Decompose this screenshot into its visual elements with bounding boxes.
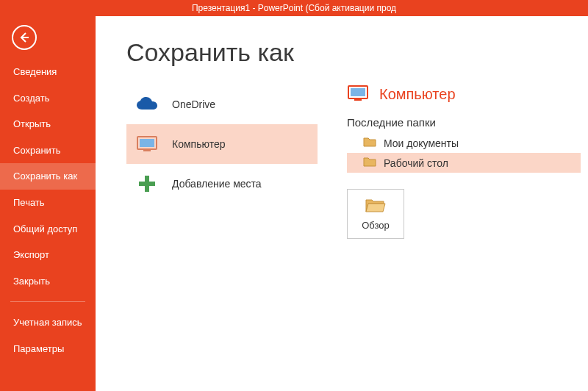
nav-divider [10,301,85,302]
page-title: Сохранить как [126,38,588,67]
locations-list: OneDrive Компьютер Добавление места [126,85,318,239]
nav-save-as[interactable]: Сохранить как [0,163,96,190]
title-bar: Презентация1 - PowerPoint (Сбой активаци… [0,0,588,16]
location-onedrive[interactable]: OneDrive [126,85,318,124]
location-add-place[interactable]: Добавление места [126,164,318,204]
detail-header: Компьютер [347,85,581,104]
columns: OneDrive Компьютер Добавление места [126,85,588,239]
nav-options[interactable]: Параметры [0,336,96,362]
content-pane: Сохранить как OneDrive Компьютер [96,16,588,391]
computer-icon [135,134,159,154]
arrow-left-icon [18,32,30,43]
nav-close[interactable]: Закрыть [0,268,96,295]
location-label: Компьютер [172,138,225,150]
nav-save[interactable]: Сохранить [0,137,96,164]
svg-rect-7 [351,88,365,96]
backstage-sidebar: Сведения Создать Открыть Сохранить Сохра… [0,16,96,391]
nav-open[interactable]: Открыть [0,111,96,137]
nav-new[interactable]: Создать [0,85,96,112]
recent-folder-documents[interactable]: Мои документы [347,133,581,153]
nav-print[interactable]: Печать [0,190,96,216]
cloud-icon [135,95,159,114]
open-folder-icon [365,197,387,215]
nav-account[interactable]: Учетная запись [0,309,96,336]
computer-icon [347,85,369,104]
detail-pane: Компьютер Последние папки Мои документы … [347,85,588,239]
back-button[interactable] [12,25,37,50]
recent-folders-label: Последние папки [347,116,581,129]
location-label: OneDrive [172,98,215,110]
browse-label: Обзор [362,220,390,231]
recent-folder-desktop[interactable]: Рабочий стол [347,153,581,173]
recent-folder-label: Рабочий стол [384,157,448,169]
location-label: Добавление места [172,178,262,190]
svg-rect-5 [139,182,155,186]
nav-export[interactable]: Экспорт [0,242,96,268]
nav-info[interactable]: Сведения [0,59,96,85]
svg-rect-3 [143,150,151,151]
svg-rect-2 [140,139,154,147]
folder-icon [363,137,376,149]
detail-title: Компьютер [379,86,456,103]
nav-share[interactable]: Общий доступ [0,216,96,243]
plus-icon [135,174,159,193]
svg-rect-8 [354,99,362,101]
folder-icon [363,157,376,169]
location-computer[interactable]: Компьютер [126,124,318,164]
main-layout: Сведения Создать Открыть Сохранить Сохра… [0,16,588,391]
recent-folder-label: Мои документы [384,137,459,149]
browse-button[interactable]: Обзор [347,189,404,239]
